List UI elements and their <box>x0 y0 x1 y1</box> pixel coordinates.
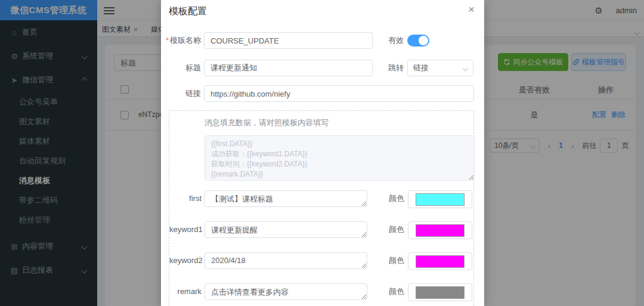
title-input[interactable] <box>204 60 373 76</box>
param-row-keyword1: keyword1 课程更新提醒 颜色 <box>169 221 475 239</box>
jump-type-select[interactable]: 链接 <box>407 60 473 76</box>
message-data-section: 消息填充数据，请对照模板内容填写 {{first.DATA}} 成功获取：{{k… <box>169 110 474 306</box>
color-swatch <box>416 255 465 268</box>
param-name-label: first <box>169 190 202 207</box>
valid-label: 有效 <box>388 32 404 49</box>
param-row-first: first 【测试】课程标题 颜色 <box>169 190 475 208</box>
color-label: 颜色 <box>389 252 404 269</box>
param-remark-input[interactable]: 点击详情查看更多内容 <box>205 283 367 300</box>
link-input[interactable] <box>204 85 474 102</box>
template-name-label: *模版名称 <box>161 32 201 49</box>
color-picker-first[interactable] <box>408 190 472 208</box>
template-config-dialog: 模板配置 × *模版名称 有效 标题 跳转 链接 链接 消息填充数据，请对照模板… <box>161 0 484 306</box>
param-name-label: keyword2 <box>169 252 202 269</box>
param-name-label: keyword1 <box>169 221 202 238</box>
param-row-keyword2: keyword2 2020/4/18 颜色 <box>169 252 475 270</box>
color-label: 颜色 <box>389 190 404 207</box>
template-sample-textarea[interactable]: {{first.DATA}} 成功获取：{{keyword1.DATA}} 获取… <box>205 135 475 181</box>
title-label: 标题 <box>161 60 201 76</box>
color-picker-keyword1[interactable] <box>408 221 472 239</box>
color-label: 颜色 <box>389 283 404 300</box>
color-swatch <box>416 193 465 206</box>
param-first-input[interactable]: 【测试】课程标题 <box>205 190 367 207</box>
param-row-remark: remark 点击详情查看更多内容 颜色 <box>169 283 475 301</box>
dialog-title: 模板配置 <box>169 5 207 18</box>
color-swatch <box>416 224 465 237</box>
template-name-input[interactable] <box>204 32 373 49</box>
required-asterisk: * <box>166 36 169 45</box>
color-picker-keyword2[interactable] <box>408 252 472 270</box>
link-label: 链接 <box>161 85 201 102</box>
jump-label: 跳转 <box>388 60 404 76</box>
color-picker-remark[interactable] <box>408 283 472 301</box>
close-icon[interactable]: × <box>468 4 475 15</box>
valid-toggle[interactable] <box>407 35 429 47</box>
param-name-label: remark <box>169 283 202 300</box>
color-label: 颜色 <box>389 221 404 238</box>
chevron-down-icon <box>463 65 469 71</box>
param-keyword1-input[interactable]: 课程更新提醒 <box>205 221 367 238</box>
app-root: 微信CMS管理系统 ⌂ 首页 ⚙ 系统管理 ➤ 微信管理 公众号菜单 图文素材 <box>0 0 644 306</box>
color-swatch <box>416 286 465 299</box>
fill-hint-text: 消息填充数据，请对照模板内容填写 <box>205 118 329 128</box>
jump-type-value: 链接 <box>413 63 429 73</box>
param-keyword2-input[interactable]: 2020/4/18 <box>205 252 367 269</box>
